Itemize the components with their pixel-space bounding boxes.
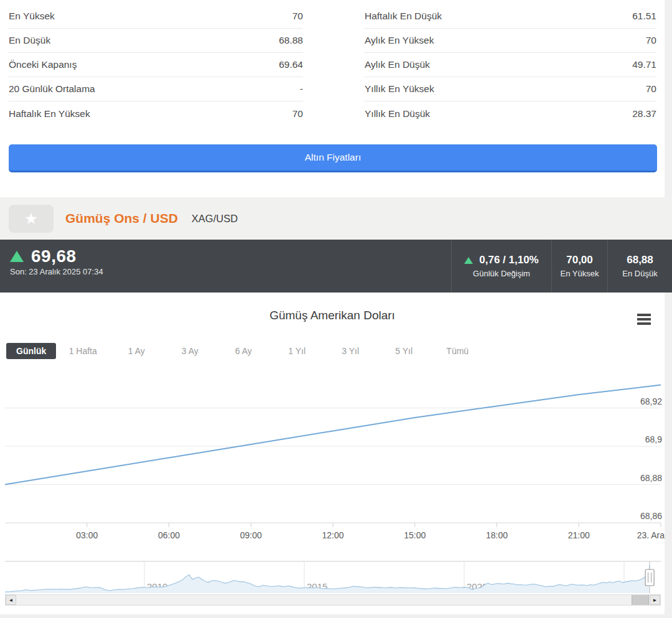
stats-column-right: Haftalık En Düşük 61.51 Aylık En Yüksek … bbox=[365, 4, 656, 126]
day-low-value: 68,88 bbox=[627, 254, 653, 266]
navigator-area bbox=[5, 565, 650, 593]
tab-tumu[interactable]: Tümü bbox=[431, 346, 484, 356]
x-axis-label: 18:00 bbox=[486, 530, 508, 540]
chart-title: Gümüş Amerikan Doları bbox=[0, 309, 665, 322]
range-tabs: Günlük 1 Hafta 1 Ay 3 Ay 6 Ay 1 Yıl 3 Yı… bbox=[6, 343, 484, 359]
stat-row: Önceki Kapanış 69.64 bbox=[9, 53, 303, 77]
y-axis-label: 68,88 bbox=[640, 473, 662, 483]
stat-row: En Yüksek 70 bbox=[9, 4, 303, 29]
day-high-label: En Yüksek bbox=[561, 269, 599, 278]
instrument-code: XAG/USD bbox=[192, 213, 238, 225]
scrollbar-thumb[interactable] bbox=[632, 595, 649, 605]
gold-prices-button[interactable]: Altın Fiyatları bbox=[9, 144, 657, 172]
stat-value: 69.64 bbox=[279, 59, 303, 70]
chart-menu-icon[interactable] bbox=[637, 314, 651, 325]
day-high-cell: 70,00 En Yüksek bbox=[551, 240, 607, 293]
last-update-time: Son: 23 Aralık 2025 07:34 bbox=[10, 267, 103, 276]
day-low-cell: 68,88 En Düşük bbox=[607, 240, 672, 293]
tab-3-yil[interactable]: 3 Yıl bbox=[324, 346, 377, 356]
x-axis-label: 12:00 bbox=[322, 530, 343, 540]
scrollbar-left-arrow[interactable]: ◄ bbox=[6, 595, 16, 605]
up-arrow-icon bbox=[464, 257, 473, 264]
chart-card: Gümüş Amerikan Doları Günlük 1 Hafta 1 A… bbox=[0, 293, 665, 614]
tab-1-hafta[interactable]: 1 Hafta bbox=[56, 346, 110, 356]
price-bar: 69,68 Son: 23 Aralık 2025 07:34 0,76 / 1… bbox=[0, 240, 672, 293]
stats-card: En Yüksek 70 En Düşük 68.88 Önceki Kapan… bbox=[0, 0, 665, 197]
navigator-handle[interactable] bbox=[645, 569, 654, 586]
stat-value: 49.71 bbox=[632, 59, 656, 70]
stat-value: - bbox=[300, 83, 303, 95]
stat-label: Yıllık En Yüksek bbox=[365, 83, 434, 95]
x-axis-label: 23. Ara bbox=[637, 530, 665, 540]
tab-1-ay[interactable]: 1 Ay bbox=[110, 346, 163, 356]
instrument-title: Gümüş Ons / USD bbox=[65, 211, 178, 226]
stat-label: En Düşük bbox=[9, 35, 50, 46]
stat-row: Haftalık En Yüksek 70 bbox=[9, 101, 303, 126]
daily-change-value: 0,76 / 1,10% bbox=[479, 254, 538, 266]
price-line-series bbox=[5, 385, 661, 485]
tab-6-ay[interactable]: 6 Ay bbox=[217, 346, 270, 356]
y-axis-label: 68,86 bbox=[640, 511, 662, 521]
stat-value: 61.51 bbox=[632, 11, 656, 22]
last-price: 69,68 bbox=[31, 246, 77, 266]
x-axis-label: 15:00 bbox=[404, 530, 426, 540]
scrollbar-right-arrow[interactable]: ► bbox=[650, 595, 660, 605]
stat-value: 70 bbox=[292, 108, 303, 119]
stat-label: Önceki Kapanış bbox=[9, 59, 77, 70]
stat-value: 70 bbox=[292, 11, 303, 22]
stat-row: 20 Günlük Ortalama - bbox=[9, 77, 303, 101]
price-summary-cells: 0,76 / 1,10% Günlük Değişim 70,00 En Yük… bbox=[451, 240, 672, 293]
chart-navigator[interactable]: 2010201520202025 bbox=[0, 559, 665, 595]
stat-label: Haftalık En Düşük bbox=[365, 11, 442, 22]
x-axis-label: 06:00 bbox=[158, 530, 180, 540]
x-axis-label: 03:00 bbox=[76, 530, 98, 540]
stat-label: Aylık En Yüksek bbox=[365, 35, 434, 46]
stat-row: En Düşük 68.88 bbox=[9, 29, 303, 53]
stat-row: Aylık En Düşük 49.71 bbox=[365, 53, 656, 77]
price-chart: 68,9268,968,8868,8603:0006:0009:0012:001… bbox=[0, 366, 665, 548]
stat-label: Yıllık En Düşük bbox=[365, 108, 430, 119]
stat-row: Yıllık En Yüksek 70 bbox=[365, 77, 656, 101]
stat-row: Haftalık En Düşük 61.51 bbox=[365, 4, 656, 29]
last-price-block: 69,68 Son: 23 Aralık 2025 07:34 bbox=[10, 246, 103, 276]
star-icon: ★ bbox=[24, 210, 38, 227]
stat-value: 68.88 bbox=[279, 35, 303, 46]
stat-label: Haftalık En Yüksek bbox=[9, 108, 90, 119]
stat-label: Aylık En Düşük bbox=[365, 59, 430, 70]
x-axis-label: 09:00 bbox=[240, 530, 262, 540]
y-axis-label: 68,9 bbox=[645, 434, 662, 444]
tab-1-yil[interactable]: 1 Yıl bbox=[270, 346, 324, 356]
chart-scrollbar[interactable]: ◄ ► bbox=[5, 594, 661, 606]
up-arrow-icon bbox=[10, 251, 24, 262]
stat-value: 70 bbox=[646, 35, 656, 46]
daily-change-label: Günlük Değişim bbox=[473, 269, 530, 278]
day-low-label: En Düşük bbox=[622, 269, 657, 278]
stats-column-left: En Yüksek 70 En Düşük 68.88 Önceki Kapan… bbox=[9, 4, 303, 126]
stat-row: Aylık En Yüksek 70 bbox=[365, 29, 656, 53]
stat-row: Yıllık En Düşük 28.37 bbox=[365, 101, 656, 126]
tab-5-yil[interactable]: 5 Yıl bbox=[377, 346, 431, 356]
favorite-button[interactable]: ★ bbox=[9, 205, 54, 233]
instrument-header: ★ Gümüş Ons / USD XAG/USD bbox=[0, 197, 672, 240]
tab-gunluk[interactable]: Günlük bbox=[6, 343, 56, 359]
stat-label: 20 Günlük Ortalama bbox=[9, 83, 95, 95]
x-axis-label: 21:00 bbox=[568, 530, 590, 540]
stat-value: 28.37 bbox=[632, 108, 656, 119]
page: En Yüksek 70 En Düşük 68.88 Önceki Kapan… bbox=[0, 0, 672, 618]
stat-value: 70 bbox=[646, 83, 656, 95]
daily-change-cell: 0,76 / 1,10% Günlük Değişim bbox=[451, 240, 551, 293]
tab-3-ay[interactable]: 3 Ay bbox=[163, 346, 217, 356]
stat-label: En Yüksek bbox=[9, 11, 55, 22]
y-axis-label: 68,92 bbox=[640, 396, 662, 406]
day-high-value: 70,00 bbox=[566, 254, 593, 266]
